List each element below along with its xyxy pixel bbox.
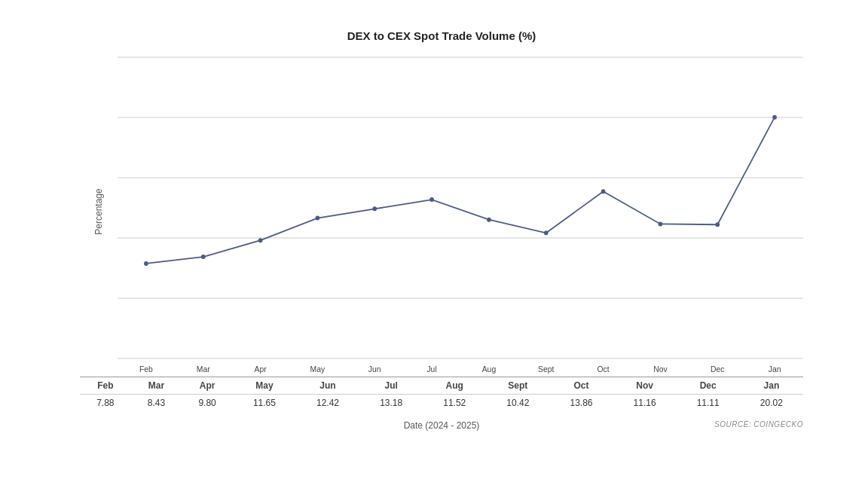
value-aug: 11.52 <box>423 395 486 412</box>
svg-text:Dec: Dec <box>711 364 725 374</box>
dot-jan <box>772 115 777 120</box>
dot-oct <box>601 189 606 194</box>
svg-text:Apr: Apr <box>254 364 267 374</box>
value-feb: 7.88 <box>80 395 131 412</box>
chart-title: DEX to CEX Spot Trade Volume (%) <box>80 29 803 42</box>
value-may: 11.65 <box>233 395 296 412</box>
dot-jul <box>429 197 434 202</box>
data-table: Feb Mar Apr May Jun Jul Aug Sept Oct Nov… <box>80 377 803 411</box>
source-label: SOURCE: COINGECKO <box>622 420 803 429</box>
chart-container: DEX to CEX Spot Trade Volume (%) Percent… <box>20 14 848 474</box>
dot-sept <box>544 230 549 235</box>
value-jun: 12.42 <box>296 395 359 412</box>
month-dec: Dec <box>677 377 740 395</box>
value-dec: 11.11 <box>677 395 740 412</box>
svg-text:Feb: Feb <box>139 364 153 374</box>
value-jul: 13.18 <box>359 395 423 412</box>
dot-jun <box>372 206 377 211</box>
value-oct: 13.86 <box>549 395 613 412</box>
svg-text:Sept: Sept <box>538 364 554 374</box>
month-mar: Mar <box>131 377 182 395</box>
month-apr: Apr <box>182 377 233 395</box>
dot-apr <box>258 238 263 242</box>
value-sept: 10.42 <box>486 395 549 412</box>
month-jan: Jan <box>740 377 803 395</box>
dot-feb <box>144 261 148 266</box>
value-nov: 11.16 <box>613 395 677 412</box>
month-feb: Feb <box>80 377 131 395</box>
month-jun: Jun <box>296 377 359 395</box>
svg-text:Jul: Jul <box>426 364 436 374</box>
month-oct: Oct <box>549 377 613 395</box>
chart-line <box>146 117 775 264</box>
svg-text:Jan: Jan <box>769 364 781 374</box>
month-row: Feb Mar Apr May Jun Jul Aug Sept Oct Nov… <box>80 377 803 395</box>
svg-text:Mar: Mar <box>197 364 210 374</box>
month-aug: Aug <box>423 377 486 395</box>
month-may: May <box>233 377 296 395</box>
dot-dec <box>715 222 720 227</box>
value-row: 7.88 8.43 9.80 11.65 12.42 13.18 11.52 1… <box>80 395 803 412</box>
value-mar: 8.43 <box>131 395 182 412</box>
y-axis-label: Percentage <box>93 188 104 234</box>
month-sept: Sept <box>486 377 549 395</box>
dot-mar <box>201 255 206 259</box>
dot-aug <box>487 218 491 222</box>
month-jul: Jul <box>359 377 423 395</box>
x-axis-title: Date (2024 - 2025) <box>261 420 622 431</box>
svg-text:May: May <box>310 364 326 374</box>
value-jan: 20.02 <box>740 395 803 412</box>
svg-text:Aug: Aug <box>482 364 497 374</box>
svg-text:Jun: Jun <box>368 364 381 374</box>
main-chart-svg: 25.00% 20.00% 15.00% 10.00% 5.00% <box>118 50 803 374</box>
dot-nov <box>659 221 663 226</box>
value-apr: 9.80 <box>182 395 233 412</box>
svg-text:Nov: Nov <box>653 364 668 374</box>
month-nov: Nov <box>613 377 677 395</box>
svg-text:Oct: Oct <box>597 364 609 374</box>
dot-may <box>316 216 320 221</box>
